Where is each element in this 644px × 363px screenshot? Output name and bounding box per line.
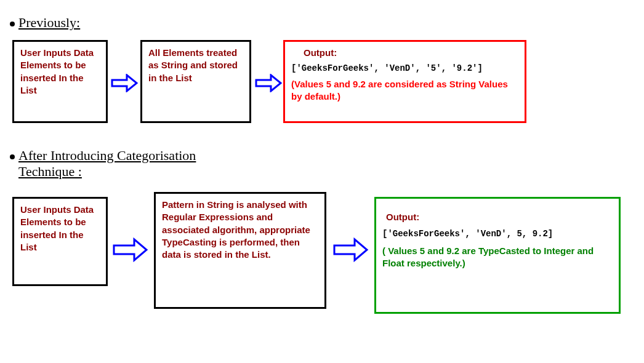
s1-output-label: Output: [304,47,518,59]
s2-box-input-text: User Inputs Data Elements to be inserted… [20,204,94,252]
s2-output-label: Output: [386,211,613,223]
bullet-icon [10,22,15,26]
arrow-icon [112,237,149,262]
section2-heading-line2: Technique : [18,164,82,179]
arrow-icon [255,74,282,92]
arrow-icon [332,237,369,262]
s2-box-process-text: Pattern in String is analysed with Regul… [162,199,310,260]
s1-output-note: (Values 5 and 9.2 are considered as Stri… [291,78,518,103]
section2-heading: After Introducing Categorisation Techniq… [10,148,196,180]
s2-box-process: Pattern in String is analysed with Regul… [154,192,326,309]
s1-box-output: Output: ['GeeksForGeeks', 'VenD', '5', '… [283,40,526,123]
s2-box-output: Output: ['GeeksForGeeks', 'VenD', 5, 9.2… [374,197,621,314]
s1-box-input: User Inputs Data Elements to be inserted… [12,40,108,123]
s2-box-input: User Inputs Data Elements to be inserted… [12,197,108,286]
s1-box-input-text: User Inputs Data Elements to be inserted… [20,47,94,95]
s2-output-code: ['GeeksForGeeks', 'VenD', 5, 9.2] [382,228,613,240]
s1-box-process: All Elements treated as String and store… [140,40,251,123]
section1-heading-text: Previously: [18,15,80,30]
bullet-icon [10,154,15,159]
section1-heading: Previously: [10,15,80,31]
s1-box-process-text: All Elements treated as String and store… [148,47,238,83]
section2-heading-line1: After Introducing Categorisation [18,148,196,163]
arrow-icon [111,74,138,92]
s2-output-note: ( Values 5 and 9.2 are TypeCasted to Int… [382,245,613,270]
s1-output-code: ['GeeksForGeeks', 'VenD', '5', '9.2'] [291,63,518,74]
